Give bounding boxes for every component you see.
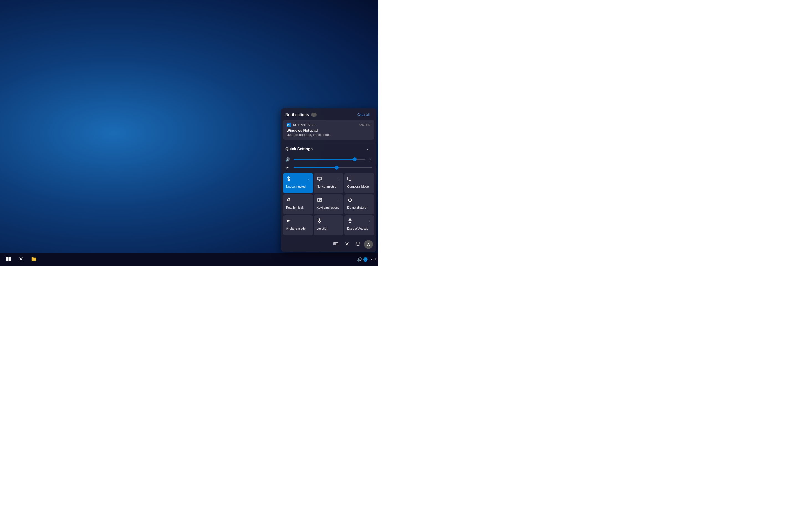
location-label: Location (317, 227, 341, 230)
notif-card-header: 🛍 Microsoft Store 5:49 PM (286, 123, 371, 127)
keyboard-layout-arrow-icon[interactable]: › (337, 198, 341, 203)
network-tile-top: › (317, 176, 341, 183)
quick-settings-title: Quick Settings (285, 147, 312, 151)
network-icon (317, 176, 322, 183)
windows-logo-icon (6, 256, 11, 263)
airplane-mode-icon (286, 218, 291, 225)
network-arrow-icon[interactable]: › (337, 177, 341, 182)
keyboard-button[interactable] (331, 240, 341, 249)
brightness-fill (294, 167, 337, 168)
svg-rect-32 (6, 259, 8, 261)
action-center-panel: Notifications 1 Clear all 🛍 Microsoft St… (281, 108, 376, 252)
speaker-tray-icon: 🔊 (357, 257, 362, 262)
ease-of-access-tile-top: › (347, 218, 371, 225)
compose-mode-label: Compose Mode (347, 185, 371, 188)
svg-rect-31 (8, 256, 11, 259)
bluetooth-tile[interactable]: › Not connected (283, 173, 313, 193)
volume-icon: 🔊 (285, 157, 291, 162)
volume-slider-row: 🔊 › (281, 155, 376, 164)
user-avatar[interactable]: A (364, 240, 373, 249)
brightness-thumb[interactable] (335, 166, 339, 170)
notification-card[interactable]: 🛍 Microsoft Store 5:49 PM Windows Notepa… (283, 120, 374, 140)
notif-app-icon: 🛍 (286, 123, 291, 127)
time-display: 5:51 (370, 258, 376, 261)
airplane-mode-tile[interactable]: Airplane mode (283, 215, 313, 235)
do-not-disturb-label: Do not disturb (347, 206, 371, 209)
taskbar: 🔊 🌐 5:51 (0, 253, 379, 266)
svg-rect-30 (6, 256, 8, 259)
settings-gear-icon (344, 241, 349, 247)
bluetooth-arrow-icon[interactable]: › (307, 177, 310, 182)
ease-of-access-tile[interactable]: › Ease of Access (344, 215, 374, 235)
svg-rect-1 (318, 177, 321, 179)
file-explorer-button[interactable] (28, 253, 40, 265)
compose-mode-icon (347, 176, 353, 183)
notif-title: Windows Notepad (286, 128, 371, 132)
folder-icon (31, 256, 37, 263)
settings-taskbar-icon (19, 256, 23, 263)
notif-app-name: Microsoft Store (293, 123, 316, 127)
quick-settings-header: Quick Settings ⌄ (281, 142, 376, 155)
rotation-lock-label: Rotation lock (286, 206, 310, 209)
location-tile-top (317, 218, 341, 225)
system-tray: 🔊 🌐 (357, 257, 368, 262)
rotation-lock-tile[interactable]: Rotation lock (283, 194, 313, 214)
svg-point-29 (346, 243, 348, 245)
brightness-slider-row: ☀ (281, 164, 376, 172)
power-button[interactable] (353, 240, 363, 249)
ease-of-access-icon (347, 218, 353, 225)
chevron-down-icon: ⌄ (366, 146, 370, 152)
svg-point-34 (20, 258, 22, 260)
brightness-track (294, 167, 372, 168)
notifications-title: Notifications (285, 113, 309, 117)
ease-of-access-arrow-icon[interactable]: › (368, 219, 371, 224)
notifications-header: Notifications 1 Clear all (281, 108, 376, 120)
settings-taskbar-button[interactable] (15, 253, 27, 265)
svg-rect-33 (8, 259, 11, 261)
quick-settings-bottom-bar: A (281, 237, 376, 252)
network-tray-icon: 🌐 (363, 257, 368, 262)
brightness-slider[interactable] (294, 165, 372, 170)
do-not-disturb-icon (347, 197, 353, 204)
desktop: Notifications 1 Clear all 🛍 Microsoft St… (0, 0, 379, 266)
keyboard-layout-label: Keyboard layout (317, 206, 341, 209)
keyboard-layout-icon (317, 197, 322, 204)
clock[interactable]: 5:51 (370, 257, 376, 262)
volume-fill (294, 159, 355, 160)
compose-mode-tile-top (347, 176, 371, 183)
airplane-mode-label: Airplane mode (286, 227, 310, 230)
notif-body: Just got updated, check it out. (286, 133, 371, 137)
volume-thumb[interactable] (353, 157, 357, 161)
settings-button[interactable] (342, 240, 352, 249)
volume-slider[interactable] (294, 156, 365, 162)
bluetooth-label: Not connected (286, 185, 310, 188)
quick-settings-grid: › Not connected › (281, 172, 376, 237)
do-not-disturb-tile[interactable]: Do not disturb (344, 194, 374, 214)
bluetooth-icon (286, 176, 291, 183)
svg-rect-8 (288, 199, 289, 201)
avatar-label: A (367, 242, 370, 247)
rotation-lock-icon (286, 197, 291, 204)
power-icon (356, 241, 360, 247)
svg-rect-20 (334, 243, 338, 245)
compose-mode-tile[interactable]: Compose Mode (344, 173, 374, 193)
brightness-icon: ☀ (285, 166, 291, 170)
svg-point-18 (319, 220, 320, 221)
svg-point-19 (349, 218, 350, 220)
network-label: Not connected (317, 185, 341, 188)
keyboard-icon (333, 241, 338, 247)
clear-all-button[interactable]: Clear all (355, 112, 372, 118)
do-not-disturb-tile-top (347, 197, 371, 204)
notifications-badge: 1 (311, 113, 317, 117)
scroll-indicator (376, 166, 376, 177)
notif-time: 5:49 PM (359, 123, 371, 127)
ease-of-access-label: Ease of Access (347, 227, 371, 230)
volume-track (294, 159, 365, 160)
keyboard-layout-tile[interactable]: › Keyboard layout (314, 194, 344, 214)
rotation-lock-tile-top (286, 197, 310, 204)
volume-arrow-icon[interactable]: › (368, 156, 372, 163)
start-button[interactable] (2, 253, 14, 265)
location-tile[interactable]: Location (314, 215, 344, 235)
network-tile[interactable]: › Not connected (314, 173, 344, 193)
quick-settings-expand-button[interactable]: ⌄ (364, 145, 372, 153)
